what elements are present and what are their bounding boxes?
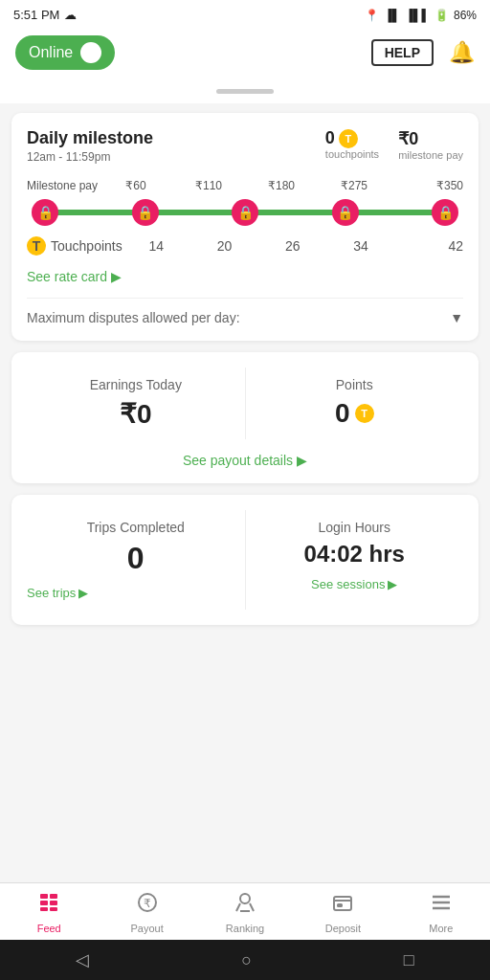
amount-3: ₹180 — [245, 179, 318, 192]
svg-point-8 — [240, 894, 250, 903]
top-bar-right: HELP 🔔 — [371, 39, 475, 66]
nav-more[interactable]: More — [392, 891, 490, 934]
points-value: 0 T — [246, 398, 464, 429]
nav-deposit[interactable]: Deposit — [294, 891, 391, 934]
milestone-header: Daily milestone 12am - 11:59pm 0 T touch… — [27, 128, 463, 164]
points-block: Points 0 T — [246, 368, 464, 439]
help-button[interactable]: HELP — [371, 39, 434, 66]
svg-rect-4 — [50, 901, 57, 905]
milestone-title: Daily milestone — [27, 128, 153, 148]
svg-rect-2 — [40, 907, 48, 911]
cloud-icon: ☁ — [64, 8, 77, 22]
android-nav-bar: ◁ ○ □ — [0, 940, 490, 980]
deposit-label: Deposit — [325, 923, 361, 934]
milestonepay-stat: ₹0 milestone pay — [398, 128, 463, 161]
amount-2: ₹110 — [172, 179, 245, 192]
tp-val-2: 20 — [190, 238, 258, 254]
notification-bell-icon[interactable]: 🔔 — [449, 40, 475, 65]
tp-val-4: 34 — [326, 238, 394, 254]
sessions-arrow-icon: ▶ — [388, 577, 397, 591]
ranking-icon — [234, 891, 256, 920]
arrow-right-icon: ▶ — [111, 269, 122, 284]
back-button[interactable]: ◁ — [76, 949, 89, 970]
trips-cols: Trips Completed 0 See trips ▶ Login Hour… — [27, 510, 463, 610]
t-badge-touchpoints: T — [339, 129, 358, 148]
touchpoints-label: touchpoints — [325, 148, 379, 160]
milestonepay-label: milestone pay — [398, 149, 463, 161]
nav-payout[interactable]: ₹ Payout — [98, 891, 195, 934]
feed-icon — [37, 891, 60, 920]
see-payout-link[interactable]: See payout details ▶ — [27, 453, 463, 468]
amount-5: ₹350 — [390, 179, 463, 192]
online-toggle[interactable]: Online — [15, 35, 115, 70]
milestone-stats: 0 T touchpoints ₹0 milestone pay — [325, 128, 463, 161]
svg-rect-1 — [40, 901, 48, 905]
online-label: Online — [29, 44, 73, 61]
progress-dot-2: 🔒 — [132, 199, 159, 226]
signal-icon2: ▐▌▌ — [405, 9, 430, 22]
signal-icon: ▐▌ — [384, 9, 400, 22]
touchpoints-row: T Touchpoints 14 20 26 34 42 — [27, 236, 463, 256]
time-display: 5:51 PM — [13, 8, 59, 22]
toggle-circle — [80, 42, 101, 63]
progress-dot-4: 🔒 — [332, 199, 359, 226]
trips-arrow-icon: ▶ — [78, 586, 88, 600]
nav-ranking[interactable]: Ranking — [196, 891, 294, 934]
svg-rect-10 — [338, 904, 342, 906]
svg-rect-9 — [334, 897, 351, 910]
see-rate-card-link[interactable]: See rate card ▶ — [27, 269, 463, 284]
touchpoints-stat: 0 T touchpoints — [325, 128, 379, 161]
amount-1: ₹60 — [100, 179, 172, 192]
touchpoints-value: 0 T — [325, 128, 379, 148]
milestone-title-block: Daily milestone 12am - 11:59pm — [27, 128, 153, 164]
see-sessions-link[interactable]: See sessions ▶ — [246, 577, 464, 591]
main-content: Daily milestone 12am - 11:59pm 0 T touch… — [0, 103, 490, 882]
battery-percent: 86% — [454, 9, 477, 22]
progress-dot-5: 🔒 — [432, 199, 458, 226]
svg-rect-3 — [50, 894, 57, 899]
svg-rect-0 — [40, 894, 48, 899]
disputes-row[interactable]: Maximum disputes allowed per day: ▼ — [27, 298, 463, 325]
earnings-card: Earnings Today ₹0 Points 0 T See payout … — [11, 352, 479, 483]
earnings-today-value: ₹0 — [27, 398, 245, 430]
tp-val-5: 42 — [395, 238, 463, 254]
home-button[interactable]: ○ — [241, 950, 252, 970]
points-label: Points — [246, 377, 464, 392]
milestonepay-value: ₹0 — [398, 128, 463, 149]
see-trips-label: See trips — [27, 586, 76, 600]
milestone-label-static: Milestone pay — [27, 179, 100, 192]
see-trips-link[interactable]: See trips ▶ — [27, 586, 245, 600]
see-rate-card-label: See rate card — [27, 269, 107, 284]
battery-icon: 🔋 — [434, 9, 449, 22]
progress-dot-3: 🔒 — [232, 199, 258, 226]
earnings-cols: Earnings Today ₹0 Points 0 T — [27, 368, 463, 439]
drag-handle-bar — [216, 89, 274, 94]
recent-button[interactable]: □ — [404, 950, 414, 970]
t-badge-points: T — [355, 404, 374, 423]
svg-text:₹: ₹ — [144, 897, 151, 910]
progress-bar-container: 🔒 🔒 🔒 🔒 🔒 — [27, 210, 463, 215]
progress-dots: 🔒 🔒 🔒 🔒 🔒 — [27, 199, 463, 226]
bottom-nav: Feed ₹ Payout Ranking Deposit — [0, 882, 490, 940]
amount-4: ₹275 — [318, 179, 390, 192]
trips-card: Trips Completed 0 See trips ▶ Login Hour… — [11, 495, 479, 625]
t-badge-row: T — [27, 236, 46, 256]
see-sessions-label: See sessions — [311, 577, 385, 591]
status-bar: 5:51 PM ☁ 📍 ▐▌ ▐▌▌ 🔋 86% — [0, 0, 490, 26]
location-icon: 📍 — [365, 9, 379, 22]
top-bar: Online HELP 🔔 — [0, 26, 490, 83]
status-left: 5:51 PM ☁ — [13, 8, 77, 22]
payout-arrow-icon: ▶ — [297, 453, 307, 468]
nav-feed[interactable]: Feed — [0, 891, 98, 934]
daily-milestone-card: Daily milestone 12am - 11:59pm 0 T touch… — [11, 113, 479, 341]
disputes-dropdown-icon: ▼ — [450, 310, 463, 325]
ranking-label: Ranking — [226, 923, 264, 934]
trips-value: 0 — [27, 541, 245, 576]
trips-label: Trips Completed — [27, 520, 245, 535]
disputes-label: Maximum disputes allowed per day: — [27, 310, 240, 325]
login-hours-label: Login Hours — [246, 520, 464, 535]
tp-val-1: 14 — [122, 238, 190, 254]
see-payout-label: See payout details — [183, 453, 293, 468]
tp-label: T Touchpoints — [27, 236, 122, 256]
trips-completed-block: Trips Completed 0 See trips ▶ — [27, 510, 246, 610]
